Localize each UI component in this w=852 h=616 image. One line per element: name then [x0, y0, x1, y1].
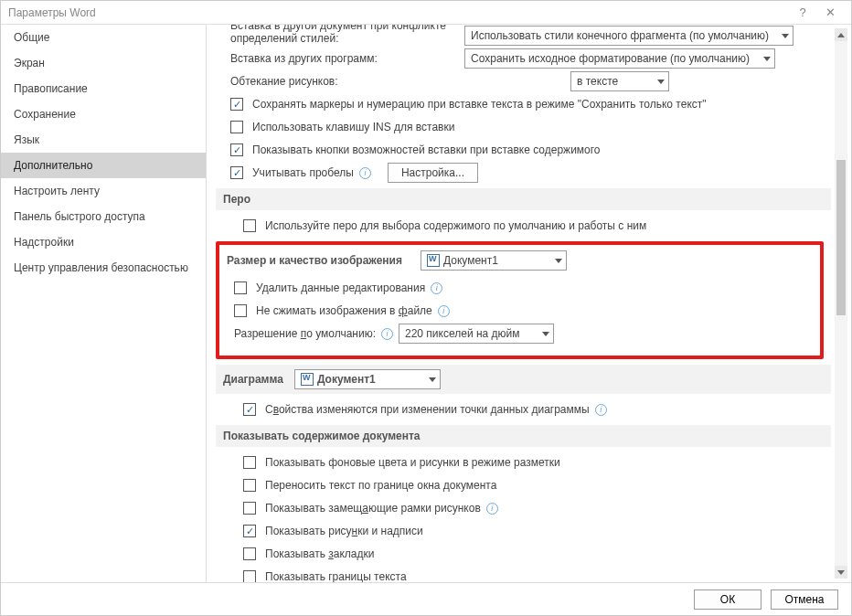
sidebar-item-advanced[interactable]: Дополнительно: [1, 153, 206, 178]
sidebar-item-customize-ribbon[interactable]: Настроить ленту: [1, 178, 206, 204]
sidebar-item-save[interactable]: Сохранение: [1, 101, 206, 127]
text-boundaries-checkbox[interactable]: [243, 570, 256, 582]
image-doc-combo[interactable]: Документ1: [421, 250, 567, 271]
wrap-text-checkbox[interactable]: [243, 479, 256, 492]
settings-button[interactable]: Настройка...: [388, 163, 478, 183]
info-icon[interactable]: [595, 404, 607, 416]
conflict-combo-value: Использовать стили конечного фрагмента (…: [471, 29, 769, 42]
chart-header: Диаграмма: [223, 373, 283, 386]
chevron-down-icon: [763, 57, 771, 61]
conflict-combo[interactable]: Использовать стили конечного фрагмента (…: [464, 26, 793, 46]
info-icon[interactable]: [381, 328, 393, 340]
image-quality-header: Размер и качество изображения: [227, 254, 402, 267]
chevron-down-icon: [429, 377, 436, 382]
sidebar-item-trust-center[interactable]: Центр управления безопасностью: [1, 255, 206, 281]
info-icon[interactable]: [359, 167, 371, 179]
nocompress-label: Не сжимать изображения в файле: [256, 304, 432, 317]
help-button[interactable]: ?: [789, 5, 816, 19]
sidebar-item-display[interactable]: Экран: [1, 50, 206, 76]
sidebar-item-quick-access[interactable]: Панель быстрого доступа: [1, 204, 206, 229]
sidebar-item-general[interactable]: Общие: [1, 25, 206, 50]
word-doc-icon: [301, 373, 314, 386]
chevron-down-icon: [555, 259, 562, 263]
dialog-footer: ОК Отмена: [1, 582, 851, 615]
wrap-combo[interactable]: в тексте: [570, 71, 669, 91]
info-icon[interactable]: [486, 503, 498, 515]
chart-doc-value: Документ1: [317, 373, 376, 386]
smart-label: Учитывать пробелы: [252, 166, 354, 179]
titlebar: Параметры Word ? ✕: [1, 1, 851, 25]
other-programs-value: Сохранить исходное форматирование (по ум…: [471, 52, 750, 65]
chart-props-label: Свойства изменяются при изменении точки …: [265, 403, 590, 416]
conflict-label-l2: определений стилей:: [230, 32, 459, 45]
pen-label: Используйте перо для выбора содержимого …: [265, 219, 646, 232]
scroll-track[interactable]: [835, 41, 847, 566]
vertical-scrollbar[interactable]: [835, 28, 847, 579]
close-button[interactable]: ✕: [816, 5, 844, 19]
drawings-checkbox[interactable]: [243, 525, 256, 537]
discard-label: Удалить данные редактирования: [256, 281, 425, 294]
ins-label: Использовать клавишу INS для вставки: [252, 121, 454, 133]
placeholders-checkbox[interactable]: [243, 502, 256, 515]
wrap-label: Обтекание рисунков:: [230, 75, 459, 88]
show-bg-label: Показывать фоновые цвета и рисунки в реж…: [265, 456, 560, 469]
scroll-thumb[interactable]: [836, 160, 846, 315]
bullets-checkbox[interactable]: [230, 98, 243, 111]
resolution-value: 220 пикселей на дюйм: [405, 327, 520, 340]
drawings-label: Показывать рисунки и надписи: [265, 525, 423, 537]
cancel-button[interactable]: Отмена: [771, 589, 838, 610]
sidebar-item-proofing[interactable]: Правописание: [1, 76, 206, 101]
chevron-down-icon: [657, 80, 665, 84]
info-icon[interactable]: [431, 282, 442, 294]
nocompress-checkbox[interactable]: [234, 304, 247, 317]
wrap-value: в тексте: [577, 75, 618, 88]
paste-buttons-checkbox[interactable]: [230, 143, 243, 156]
wrap-text-label: Переносить текст по границе окна докумен…: [265, 479, 496, 492]
other-programs-label: Вставка из других программ:: [230, 52, 459, 65]
show-bg-checkbox[interactable]: [243, 456, 256, 469]
smart-checkbox[interactable]: [230, 166, 243, 179]
scroll-up-button[interactable]: [835, 28, 847, 41]
bullets-label: Сохранять маркеры и нумерацию при вставк…: [252, 98, 707, 111]
conflict-label-l1: Вставка в другой документ при конфликте: [230, 25, 459, 32]
bookmarks-checkbox[interactable]: [243, 547, 256, 560]
discard-checkbox[interactable]: [234, 281, 247, 294]
chart-header-row: Диаграмма Документ1: [216, 365, 831, 394]
pen-header: Перо: [216, 188, 831, 210]
default-resolution-label: Разрешение по умолчанию:: [234, 327, 376, 340]
ins-checkbox[interactable]: [230, 121, 243, 133]
info-icon[interactable]: [438, 305, 450, 317]
image-doc-value: Документ1: [443, 254, 498, 267]
chevron-down-icon: [782, 34, 789, 38]
window-title: Параметры Word: [8, 6, 96, 19]
chart-doc-combo[interactable]: Документ1: [294, 369, 441, 389]
image-quality-highlight: Размер и качество изображения Документ1 …: [216, 241, 824, 359]
sidebar-item-addins[interactable]: Надстройки: [1, 229, 206, 255]
sidebar-item-language[interactable]: Язык: [1, 127, 206, 153]
other-programs-combo[interactable]: Сохранить исходное форматирование (по ум…: [464, 48, 775, 69]
bookmarks-label: Показывать закладки: [265, 547, 374, 560]
sidebar: Общие Экран Правописание Сохранение Язык…: [1, 25, 207, 582]
word-doc-icon: [427, 254, 440, 267]
content-pane: Вставка в другой документ при конфликте …: [207, 25, 851, 582]
text-boundaries-label: Показывать границы текста: [265, 570, 407, 582]
scroll-down-button[interactable]: [835, 566, 847, 579]
paste-buttons-label: Показывать кнопки возможностей вставки п…: [252, 143, 601, 156]
ok-button[interactable]: ОК: [694, 589, 761, 610]
show-content-header: Показывать содержимое документа: [216, 425, 831, 447]
chart-props-checkbox[interactable]: [243, 403, 256, 416]
pen-checkbox[interactable]: [243, 219, 256, 232]
chevron-down-icon: [542, 332, 549, 336]
placeholders-label: Показывать замещающие рамки рисунков: [265, 502, 481, 515]
resolution-combo[interactable]: 220 пикселей на дюйм: [399, 324, 554, 344]
